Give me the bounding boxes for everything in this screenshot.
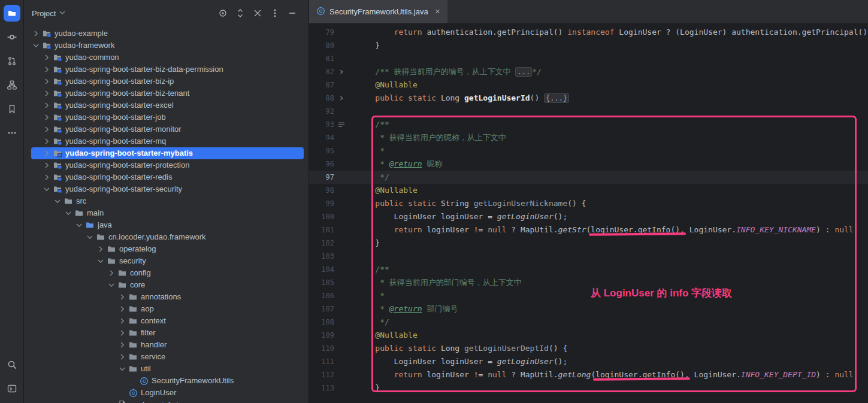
chevron-right-icon[interactable] (42, 137, 52, 146)
tree-item-operatelog[interactable]: operatelog (31, 243, 304, 255)
tree-item-package-info-java[interactable]: package-info.java (31, 399, 304, 403)
tree-item-src[interactable]: src (31, 195, 304, 207)
line-number[interactable]: 87 (309, 78, 334, 92)
chevron-right-icon[interactable] (117, 292, 127, 302)
line-number[interactable]: 112 (309, 368, 334, 381)
hide-panel-icon[interactable] (286, 7, 299, 20)
code-line[interactable]: 113 } (309, 381, 868, 395)
tree-item-yudao-example[interactable]: yudao-example (31, 28, 304, 40)
tree-item-security[interactable]: security (31, 255, 304, 267)
line-number[interactable]: 107 (309, 302, 334, 316)
chevron-right-icon[interactable] (42, 172, 52, 182)
code-line[interactable]: 81 (309, 52, 868, 65)
line-number[interactable]: 101 (309, 223, 334, 237)
tree-item-core[interactable]: core (31, 279, 304, 291)
chevron-right-icon[interactable] (117, 352, 127, 362)
chevron-right-icon[interactable] (42, 149, 52, 158)
line-number[interactable]: 106 (309, 289, 334, 302)
editor-tab[interactable]: C SecurityFrameworkUtils.java ✕ (309, 0, 447, 23)
code-line[interactable]: 87 @Nullable (309, 78, 868, 92)
chevron-right-icon[interactable] (42, 65, 52, 74)
code-editor[interactable]: 79 return authentication.getPrincipal() … (309, 24, 868, 403)
chevron-right-icon[interactable] (42, 89, 52, 98)
tree-item-yudao-common[interactable]: yudao-common (31, 51, 304, 63)
fold-icon[interactable] (334, 65, 349, 78)
tree-item-service[interactable]: service (31, 351, 304, 363)
tree-item-yudao-spring-boot-starter-excel[interactable]: yudao-spring-boot-starter-excel (31, 99, 304, 111)
tree-item-util[interactable]: util (31, 363, 304, 375)
code-line[interactable]: 99 public static String getLoginUserNick… (309, 197, 868, 210)
line-number[interactable]: 99 (309, 197, 334, 210)
line-number[interactable]: 88 (309, 92, 334, 105)
tree-item-yudao-spring-boot-starter-job[interactable]: yudao-spring-boot-starter-job (31, 111, 304, 123)
chevron-right-icon[interactable] (42, 77, 52, 86)
tree-item-yudao-framework[interactable]: yudao-framework (31, 40, 304, 51)
code-line[interactable]: 80 } (309, 39, 868, 52)
more-icon[interactable] (4, 125, 20, 141)
chevron-right-icon[interactable] (117, 304, 127, 314)
tree-item-java[interactable]: java (31, 219, 304, 231)
tree-item-yudao-spring-boot-starter-biz-ip[interactable]: yudao-spring-boot-starter-biz-ip (31, 75, 304, 87)
line-number[interactable]: 111 (309, 355, 334, 368)
code-line[interactable]: 92 (309, 105, 868, 118)
line-number[interactable]: 81 (309, 52, 334, 65)
project-icon[interactable] (4, 5, 20, 22)
line-number[interactable]: 92 (309, 105, 334, 118)
chevron-down-icon[interactable] (31, 41, 41, 50)
code-line[interactable]: 88 public static Long getLoginUserId() {… (309, 92, 868, 105)
code-line[interactable]: 112 return loginUser != null ? MapUtil.g… (309, 368, 868, 381)
chevron-down-icon[interactable] (107, 280, 116, 290)
tree-item-securityframeworkutils[interactable]: CSecurityFrameworkUtils (31, 375, 304, 387)
tree-item-yudao-spring-boot-starter-mq[interactable]: yudao-spring-boot-starter-mq (31, 135, 304, 147)
code-line[interactable]: 101 return loginUser != null ? MapUtil.g… (309, 223, 868, 237)
chevron-right-icon[interactable] (31, 29, 41, 38)
bookmarks-icon[interactable] (4, 101, 20, 117)
pull-requests-icon[interactable] (4, 53, 20, 69)
search-icon[interactable] (4, 356, 20, 373)
chevron-down-icon[interactable] (42, 184, 52, 194)
code-line[interactable]: 82 /** 获得当前用户的编号，从上下文中 ...*/ (309, 65, 868, 78)
tree-item-cn-iocoder-yudao-framework[interactable]: cn.iocoder.yudao.framework (31, 231, 304, 243)
chevron-right-icon[interactable] (107, 268, 116, 278)
code-line[interactable]: 110 public static Long getLoginUserDeptI… (309, 342, 868, 355)
collapse-all-icon[interactable] (251, 7, 264, 20)
line-number[interactable]: 102 (309, 237, 334, 250)
structure-icon[interactable] (4, 77, 20, 93)
terminal-icon[interactable] (4, 380, 20, 397)
chevron-down-icon[interactable] (63, 208, 73, 218)
tree-item-loginuser[interactable]: CLoginUser (31, 387, 304, 399)
code-line[interactable]: 97 */ (309, 171, 868, 184)
expand-all-icon[interactable] (234, 7, 247, 20)
code-line[interactable]: 93 /** (309, 118, 868, 131)
chevron-right-icon[interactable] (42, 160, 52, 170)
line-number[interactable]: 109 (309, 329, 334, 342)
chevron-down-icon[interactable] (96, 256, 105, 266)
code-line[interactable]: 104 /** (309, 263, 868, 276)
chevron-right-icon[interactable] (42, 53, 52, 62)
fold-icon[interactable] (334, 92, 349, 105)
tree-item-yudao-spring-boot-starter-redis[interactable]: yudao-spring-boot-starter-redis (31, 171, 304, 183)
chevron-right-icon[interactable] (96, 244, 105, 254)
chevron-right-icon[interactable] (117, 316, 127, 326)
line-number[interactable]: 113 (309, 381, 334, 395)
code-line[interactable]: 102 } (309, 237, 868, 250)
chevron-right-icon[interactable] (42, 125, 52, 134)
line-number[interactable]: 93 (309, 118, 334, 131)
chevron-right-icon[interactable] (117, 340, 127, 350)
code-line[interactable]: 107 * @return 部门编号 (309, 302, 868, 316)
code-line[interactable]: 103 (309, 250, 868, 263)
commit-icon[interactable] (4, 29, 20, 46)
tree-item-main[interactable]: main (31, 207, 304, 219)
code-line[interactable]: 98 @Nullable (309, 184, 868, 197)
line-number[interactable]: 97 (309, 171, 334, 184)
code-line[interactable]: 111 LoginUser loginUser = getLoginUser()… (309, 355, 868, 368)
line-number[interactable]: 95 (309, 144, 334, 157)
close-icon[interactable]: ✕ (435, 8, 440, 16)
tree-item-context[interactable]: context (31, 315, 304, 327)
tree-item-yudao-spring-boot-starter-mybatis[interactable]: yudao-spring-boot-starter-mybatis (31, 147, 304, 159)
chevron-right-icon[interactable] (42, 113, 52, 122)
tree-item-handler[interactable]: handler (31, 339, 304, 351)
line-number[interactable]: 108 (309, 316, 334, 329)
code-line[interactable]: 79 return authentication.getPrincipal() … (309, 26, 868, 39)
tree-item-yudao-spring-boot-starter-biz-data-permission[interactable]: yudao-spring-boot-starter-biz-data-permi… (31, 63, 304, 75)
